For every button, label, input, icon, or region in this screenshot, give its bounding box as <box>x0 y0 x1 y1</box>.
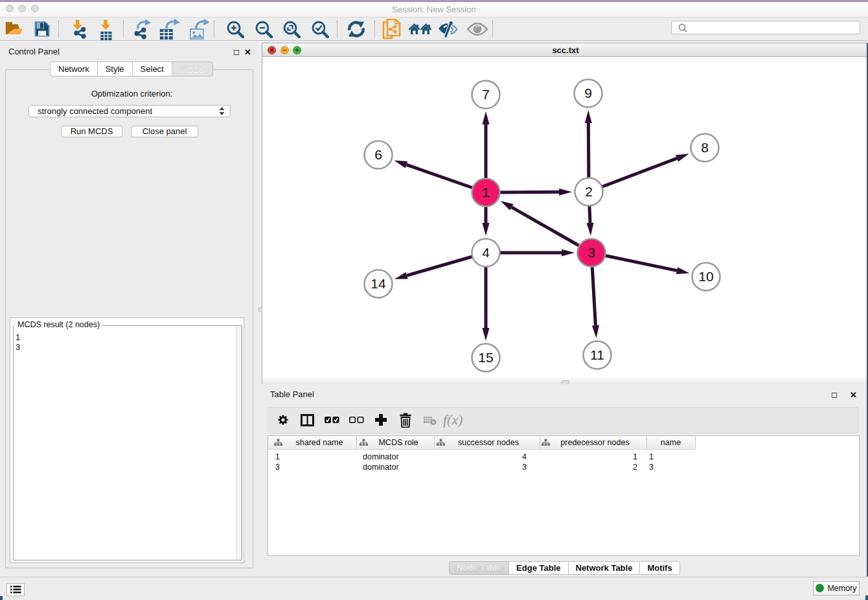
svg-text:15: 15 <box>478 350 493 365</box>
svg-text:10: 10 <box>698 269 713 284</box>
svg-text:f(x): f(x) <box>443 411 463 428</box>
svg-text:11: 11 <box>590 347 604 362</box>
svg-text:7: 7 <box>482 87 490 102</box>
svg-text:4: 4 <box>482 245 490 260</box>
svg-text:1: 1 <box>482 185 490 200</box>
svg-text:8: 8 <box>701 140 709 155</box>
svg-text:6: 6 <box>374 147 382 162</box>
svg-text:9: 9 <box>584 86 592 100</box>
svg-text:2: 2 <box>585 184 593 199</box>
svg-text:14: 14 <box>371 276 386 291</box>
svg-text:3: 3 <box>588 245 595 260</box>
